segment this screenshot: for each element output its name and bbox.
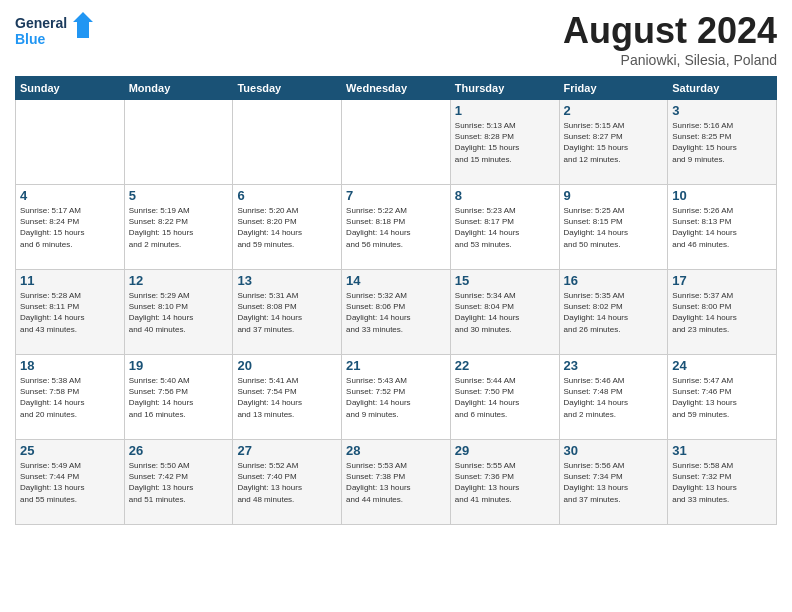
day-info: Sunrise: 5:28 AM Sunset: 8:11 PM Dayligh… [20, 290, 120, 335]
location: Paniowki, Silesia, Poland [563, 52, 777, 68]
day-info: Sunrise: 5:55 AM Sunset: 7:36 PM Dayligh… [455, 460, 555, 505]
day-number: 14 [346, 273, 446, 288]
calendar-cell: 7Sunrise: 5:22 AM Sunset: 8:18 PM Daylig… [342, 185, 451, 270]
calendar-cell: 16Sunrise: 5:35 AM Sunset: 8:02 PM Dayli… [559, 270, 668, 355]
day-info: Sunrise: 5:29 AM Sunset: 8:10 PM Dayligh… [129, 290, 229, 335]
day-number: 22 [455, 358, 555, 373]
day-info: Sunrise: 5:49 AM Sunset: 7:44 PM Dayligh… [20, 460, 120, 505]
calendar-cell: 10Sunrise: 5:26 AM Sunset: 8:13 PM Dayli… [668, 185, 777, 270]
day-number: 26 [129, 443, 229, 458]
day-number: 9 [564, 188, 664, 203]
calendar-cell: 31Sunrise: 5:58 AM Sunset: 7:32 PM Dayli… [668, 440, 777, 525]
calendar-cell: 5Sunrise: 5:19 AM Sunset: 8:22 PM Daylig… [124, 185, 233, 270]
day-info: Sunrise: 5:23 AM Sunset: 8:17 PM Dayligh… [455, 205, 555, 250]
calendar-cell: 15Sunrise: 5:34 AM Sunset: 8:04 PM Dayli… [450, 270, 559, 355]
day-number: 6 [237, 188, 337, 203]
calendar-week-row: 11Sunrise: 5:28 AM Sunset: 8:11 PM Dayli… [16, 270, 777, 355]
day-number: 23 [564, 358, 664, 373]
calendar-week-row: 1Sunrise: 5:13 AM Sunset: 8:28 PM Daylig… [16, 100, 777, 185]
calendar-cell [342, 100, 451, 185]
day-info: Sunrise: 5:19 AM Sunset: 8:22 PM Dayligh… [129, 205, 229, 250]
day-info: Sunrise: 5:13 AM Sunset: 8:28 PM Dayligh… [455, 120, 555, 165]
calendar-cell: 1Sunrise: 5:13 AM Sunset: 8:28 PM Daylig… [450, 100, 559, 185]
day-number: 21 [346, 358, 446, 373]
calendar-week-row: 25Sunrise: 5:49 AM Sunset: 7:44 PM Dayli… [16, 440, 777, 525]
calendar-cell: 18Sunrise: 5:38 AM Sunset: 7:58 PM Dayli… [16, 355, 125, 440]
calendar-cell: 2Sunrise: 5:15 AM Sunset: 8:27 PM Daylig… [559, 100, 668, 185]
day-number: 18 [20, 358, 120, 373]
header-sunday: Sunday [16, 77, 125, 100]
day-number: 3 [672, 103, 772, 118]
day-number: 20 [237, 358, 337, 373]
day-number: 1 [455, 103, 555, 118]
day-info: Sunrise: 5:38 AM Sunset: 7:58 PM Dayligh… [20, 375, 120, 420]
day-number: 24 [672, 358, 772, 373]
header-friday: Friday [559, 77, 668, 100]
title-block: August 2024 Paniowki, Silesia, Poland [563, 10, 777, 68]
svg-text:Blue: Blue [15, 31, 46, 47]
day-number: 19 [129, 358, 229, 373]
svg-marker-2 [73, 12, 93, 38]
calendar-cell: 6Sunrise: 5:20 AM Sunset: 8:20 PM Daylig… [233, 185, 342, 270]
day-number: 25 [20, 443, 120, 458]
day-number: 27 [237, 443, 337, 458]
calendar-cell: 29Sunrise: 5:55 AM Sunset: 7:36 PM Dayli… [450, 440, 559, 525]
day-info: Sunrise: 5:26 AM Sunset: 8:13 PM Dayligh… [672, 205, 772, 250]
logo-svg: General Blue [15, 10, 95, 55]
day-info: Sunrise: 5:16 AM Sunset: 8:25 PM Dayligh… [672, 120, 772, 165]
header-wednesday: Wednesday [342, 77, 451, 100]
day-info: Sunrise: 5:47 AM Sunset: 7:46 PM Dayligh… [672, 375, 772, 420]
day-info: Sunrise: 5:41 AM Sunset: 7:54 PM Dayligh… [237, 375, 337, 420]
calendar-cell [124, 100, 233, 185]
calendar-cell: 24Sunrise: 5:47 AM Sunset: 7:46 PM Dayli… [668, 355, 777, 440]
day-number: 31 [672, 443, 772, 458]
header-tuesday: Tuesday [233, 77, 342, 100]
day-info: Sunrise: 5:25 AM Sunset: 8:15 PM Dayligh… [564, 205, 664, 250]
day-number: 13 [237, 273, 337, 288]
day-info: Sunrise: 5:56 AM Sunset: 7:34 PM Dayligh… [564, 460, 664, 505]
header-monday: Monday [124, 77, 233, 100]
day-number: 10 [672, 188, 772, 203]
day-number: 30 [564, 443, 664, 458]
calendar-cell: 20Sunrise: 5:41 AM Sunset: 7:54 PM Dayli… [233, 355, 342, 440]
day-info: Sunrise: 5:32 AM Sunset: 8:06 PM Dayligh… [346, 290, 446, 335]
calendar-cell: 30Sunrise: 5:56 AM Sunset: 7:34 PM Dayli… [559, 440, 668, 525]
day-number: 2 [564, 103, 664, 118]
calendar-cell: 17Sunrise: 5:37 AM Sunset: 8:00 PM Dayli… [668, 270, 777, 355]
day-number: 29 [455, 443, 555, 458]
header: General Blue August 2024 Paniowki, Siles… [15, 10, 777, 68]
day-info: Sunrise: 5:37 AM Sunset: 8:00 PM Dayligh… [672, 290, 772, 335]
day-number: 16 [564, 273, 664, 288]
day-info: Sunrise: 5:46 AM Sunset: 7:48 PM Dayligh… [564, 375, 664, 420]
calendar-cell: 28Sunrise: 5:53 AM Sunset: 7:38 PM Dayli… [342, 440, 451, 525]
calendar-cell: 13Sunrise: 5:31 AM Sunset: 8:08 PM Dayli… [233, 270, 342, 355]
day-number: 17 [672, 273, 772, 288]
calendar-cell: 21Sunrise: 5:43 AM Sunset: 7:52 PM Dayli… [342, 355, 451, 440]
day-number: 7 [346, 188, 446, 203]
calendar-cell: 4Sunrise: 5:17 AM Sunset: 8:24 PM Daylig… [16, 185, 125, 270]
calendar-cell [16, 100, 125, 185]
day-info: Sunrise: 5:43 AM Sunset: 7:52 PM Dayligh… [346, 375, 446, 420]
calendar-cell: 11Sunrise: 5:28 AM Sunset: 8:11 PM Dayli… [16, 270, 125, 355]
day-info: Sunrise: 5:50 AM Sunset: 7:42 PM Dayligh… [129, 460, 229, 505]
calendar-cell: 27Sunrise: 5:52 AM Sunset: 7:40 PM Dayli… [233, 440, 342, 525]
month-year: August 2024 [563, 10, 777, 52]
svg-text:General: General [15, 15, 67, 31]
day-number: 11 [20, 273, 120, 288]
day-info: Sunrise: 5:58 AM Sunset: 7:32 PM Dayligh… [672, 460, 772, 505]
calendar-cell: 12Sunrise: 5:29 AM Sunset: 8:10 PM Dayli… [124, 270, 233, 355]
day-info: Sunrise: 5:20 AM Sunset: 8:20 PM Dayligh… [237, 205, 337, 250]
day-number: 12 [129, 273, 229, 288]
calendar-cell: 22Sunrise: 5:44 AM Sunset: 7:50 PM Dayli… [450, 355, 559, 440]
day-number: 5 [129, 188, 229, 203]
calendar-week-row: 18Sunrise: 5:38 AM Sunset: 7:58 PM Dayli… [16, 355, 777, 440]
calendar-cell: 19Sunrise: 5:40 AM Sunset: 7:56 PM Dayli… [124, 355, 233, 440]
header-saturday: Saturday [668, 77, 777, 100]
calendar-cell: 26Sunrise: 5:50 AM Sunset: 7:42 PM Dayli… [124, 440, 233, 525]
logo: General Blue [15, 10, 95, 55]
day-number: 28 [346, 443, 446, 458]
calendar-cell: 25Sunrise: 5:49 AM Sunset: 7:44 PM Dayli… [16, 440, 125, 525]
day-info: Sunrise: 5:31 AM Sunset: 8:08 PM Dayligh… [237, 290, 337, 335]
calendar-cell: 23Sunrise: 5:46 AM Sunset: 7:48 PM Dayli… [559, 355, 668, 440]
calendar-cell: 14Sunrise: 5:32 AM Sunset: 8:06 PM Dayli… [342, 270, 451, 355]
